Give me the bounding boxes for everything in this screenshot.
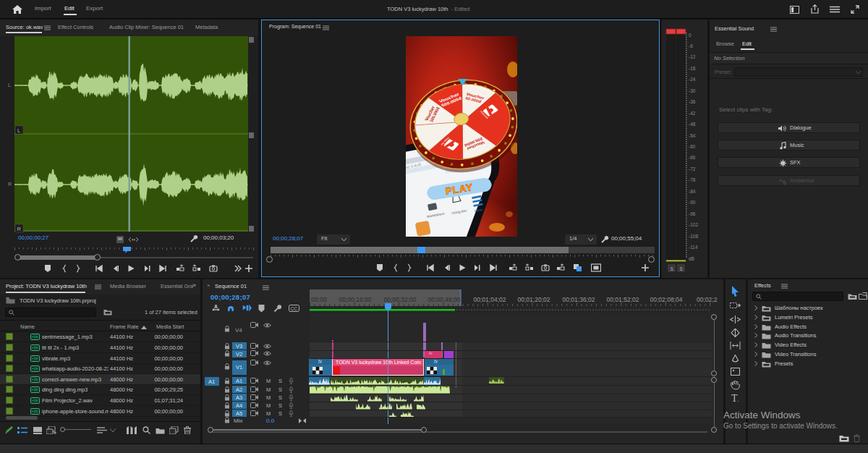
svg-text:-42: -42: [689, 111, 696, 116]
svg-text:-60: -60: [689, 144, 696, 149]
svg-text:-18: -18: [689, 66, 696, 71]
svg-text:S: S: [671, 266, 674, 271]
svg-text:-108: -108: [689, 234, 698, 239]
svg-text:R: R: [17, 226, 22, 232]
svg-text:0: 0: [689, 33, 692, 38]
svg-text:L: L: [17, 127, 20, 134]
svg-text:-114: -114: [689, 245, 698, 250]
svg-text:-6: -6: [689, 43, 693, 48]
svg-text:-84: -84: [689, 189, 696, 194]
svg-text:dB: dB: [689, 256, 694, 261]
svg-text:-30: -30: [689, 88, 696, 93]
svg-text:-24: -24: [689, 77, 696, 82]
svg-text:-96: -96: [689, 211, 696, 216]
svg-text:-48: -48: [689, 122, 696, 127]
svg-text:R: R: [8, 182, 12, 187]
svg-text:S: S: [680, 266, 684, 271]
svg-text:-102: -102: [689, 222, 698, 227]
svg-text:-78: -78: [689, 177, 696, 182]
svg-text:-72: -72: [689, 166, 696, 172]
svg-text:-36: -36: [689, 99, 696, 104]
svg-text:L: L: [8, 82, 11, 88]
svg-text:-66: -66: [689, 155, 696, 160]
svg-text:-90: -90: [689, 200, 696, 205]
svg-text:-54: -54: [689, 133, 696, 138]
svg-text:-12: -12: [689, 54, 696, 59]
